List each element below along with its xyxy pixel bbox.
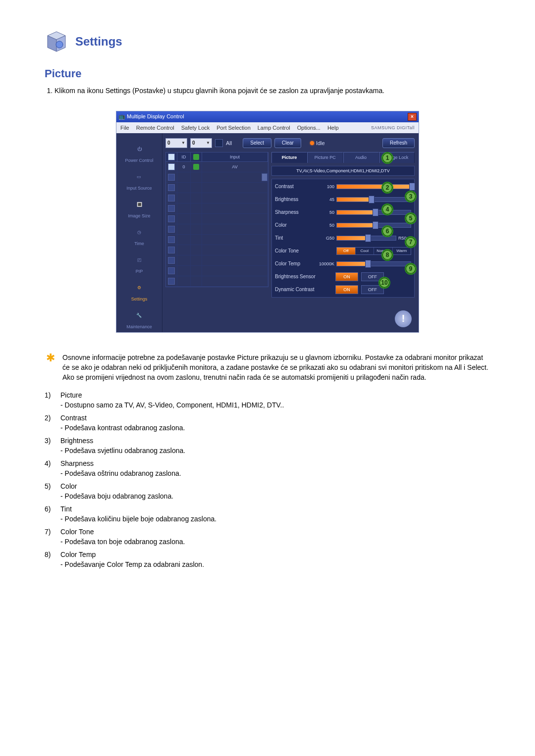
table-row [166, 214, 268, 224]
dcontrast-on[interactable]: ON [335, 285, 358, 294]
list-item: 6)Tint- Podešava količinu bijele boje od… [45, 505, 490, 523]
tab-picture[interactable]: Picture [271, 152, 307, 163]
row-dynamic-contrast: Dynamic ContrastONOFF [275, 285, 411, 294]
idle-indicator: Idle [310, 140, 325, 146]
contrast-slider[interactable] [336, 184, 411, 189]
clear-button[interactable]: Clear [274, 138, 301, 148]
list-item: 8)Color Temp- Podešavanje Color Temp za … [45, 551, 490, 568]
svg-point-3 [56, 41, 63, 48]
section-title: Picture [45, 67, 490, 80]
menu-options-[interactable]: Options... [297, 125, 321, 131]
table-row [166, 183, 268, 193]
col-input: Input [202, 152, 268, 161]
row-brightness-sensor: Brightness SensorONOFF [275, 272, 411, 281]
sidebar-icon: 🔧 [130, 308, 148, 322]
table-row[interactable]: 0AV [166, 162, 268, 172]
tab-picture-pc[interactable]: Picture PC [307, 152, 343, 163]
sidebar-icon: 🔳 [130, 198, 148, 211]
list-item: 5)Color- Podešava boju odabranog zaslona… [45, 482, 490, 500]
sidebar-item-time[interactable]: ◷Time [130, 225, 148, 246]
list-item: 3)Brightness- Podešava svjetlinu odabran… [45, 437, 490, 454]
menu-port-selection[interactable]: Port Selection [216, 125, 250, 131]
callout-9: 9 [405, 263, 417, 275]
sidebar-item-pip[interactable]: ◰PIP [130, 253, 148, 274]
sidebar-icon: ⏻ [130, 142, 148, 156]
callout-10: 10 [378, 277, 390, 289]
tone-cool[interactable]: Cool [356, 248, 374, 254]
screenshot-panel: 📺 Multiple Display Control × FileRemote … [116, 111, 419, 333]
bsensor-on[interactable]: ON [335, 272, 358, 281]
sharpness-slider[interactable] [336, 210, 411, 215]
list-item: 1)Picture- Dostupno samo za TV, AV, S-Vi… [45, 391, 490, 409]
brand-label: SAMSUNG DIGITall [371, 125, 415, 130]
dropdown-1[interactable]: 0▼ [165, 138, 187, 148]
sidebar-item-maintenance[interactable]: 🔧Maintenance [126, 308, 152, 329]
brightness-slider[interactable] [336, 197, 411, 202]
table-row [166, 224, 268, 235]
list-item: 4)Sharpness- Podešava oštrinu odabranog … [45, 459, 490, 477]
sidebar-icon: ◰ [130, 253, 148, 267]
callout-3: 3 [405, 191, 417, 202]
list-item: 7)Color Tone- Podešava ton boje odabrano… [45, 528, 490, 546]
table-row [166, 255, 268, 266]
table-row [166, 245, 268, 255]
tab-audio[interactable]: Audio [343, 152, 379, 163]
header-checkbox[interactable] [168, 153, 175, 160]
close-icon[interactable]: × [408, 113, 417, 121]
main-area: 0▼ 0▼ All Select Clear Idle Refresh [162, 133, 419, 332]
list-item: 2)Contrast- Podešava kontrast odabranog … [45, 414, 490, 432]
row-checkbox[interactable] [168, 163, 175, 170]
menu-safety-lock[interactable]: Safety Lock [181, 125, 210, 131]
cell-input: AV [202, 162, 268, 172]
callout-5: 5 [405, 212, 417, 224]
page-title: Settings [75, 35, 122, 49]
sidebar-icon: ⚙ [130, 281, 148, 295]
warning-icon: ! [395, 310, 412, 327]
sidebar-item-settings[interactable]: ⚙Settings [130, 281, 148, 302]
info-line: TV,AV,S-Video,Component,HDMI1,HDMI2,DTV [271, 166, 415, 176]
settings-cube-icon [45, 30, 68, 53]
all-checkbox[interactable] [215, 139, 223, 147]
tone-warm[interactable]: Warm [393, 248, 411, 254]
callout-4: 4 [381, 203, 393, 215]
col-id: ID [177, 152, 191, 161]
row-brightness: Brightness45 [275, 195, 411, 204]
table-row [166, 235, 268, 245]
callout-8: 8 [381, 249, 393, 261]
table-row [166, 203, 268, 214]
table-row [166, 193, 268, 203]
table-row [166, 266, 268, 276]
row-color-temp: Color Temp10000K [275, 259, 411, 268]
tone-off[interactable]: Off [337, 248, 356, 254]
col-status [191, 152, 202, 161]
cell-id: 0 [177, 162, 191, 172]
window-title: 📺 Multiple Display Control [118, 113, 184, 120]
select-button[interactable]: Select [243, 138, 271, 148]
display-table: ID Input 0AV [165, 152, 268, 298]
dropdown-2[interactable]: 0▼ [190, 138, 212, 148]
sidebar-icon: ◷ [130, 225, 148, 239]
menu-file[interactable]: File [120, 125, 129, 131]
callout-1: 1 [381, 152, 393, 164]
refresh-button[interactable]: Refresh [382, 138, 415, 148]
sidebar-icon: ▭ [130, 170, 148, 184]
menu-help[interactable]: Help [327, 125, 339, 131]
sidebar-item-image-size[interactable]: 🔳Image Size [128, 198, 150, 218]
color-slider[interactable] [336, 223, 411, 228]
table-row [166, 172, 268, 183]
callout-2: 2 [381, 182, 393, 194]
menu-lamp-control[interactable]: Lamp Control [258, 125, 290, 131]
cell-status [191, 162, 202, 172]
intro-text: Klikom na ikonu Settings (Postavke) u st… [54, 86, 490, 96]
star-icon: ✱ [45, 353, 56, 383]
table-row [166, 276, 268, 287]
sidebar-item-power-control[interactable]: ⏻Power Control [125, 142, 153, 163]
callout-7: 7 [405, 236, 417, 248]
color-temp-slider[interactable] [336, 261, 411, 266]
sidebar: ⏻Power Control▭Input Source🔳Image Size◷T… [116, 133, 162, 332]
note-text: Osnovne informacije potrebne za podešava… [62, 353, 490, 383]
menubar: FileRemote ControlSafety LockPort Select… [116, 122, 419, 133]
menu-remote-control[interactable]: Remote Control [136, 125, 174, 131]
sidebar-item-input-source[interactable]: ▭Input Source [126, 170, 152, 191]
all-label: All [226, 140, 232, 146]
